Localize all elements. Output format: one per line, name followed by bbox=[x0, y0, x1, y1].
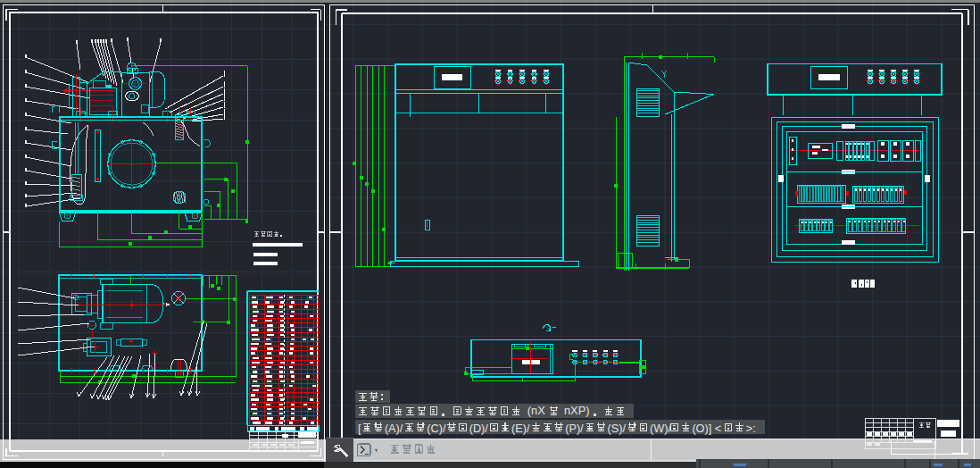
svg-text:(E)/: (E)/ bbox=[511, 422, 530, 435]
svg-text:nXP): nXP) bbox=[564, 404, 589, 417]
svg-text:(D)/: (D)/ bbox=[469, 422, 489, 435]
svg-text:[: [ bbox=[358, 422, 361, 435]
svg-text:(O)] <: (O)] < bbox=[692, 422, 721, 435]
svg-text:(S)/: (S)/ bbox=[608, 422, 627, 435]
svg-text:(C)/: (C)/ bbox=[427, 422, 446, 435]
svg-text:(nX: (nX bbox=[527, 404, 545, 417]
svg-text:(W)/: (W)/ bbox=[650, 422, 671, 435]
svg-text:(A)/: (A)/ bbox=[385, 422, 403, 435]
svg-text:(P)/: (P)/ bbox=[565, 422, 584, 435]
svg-text:>:: >: bbox=[746, 422, 756, 435]
